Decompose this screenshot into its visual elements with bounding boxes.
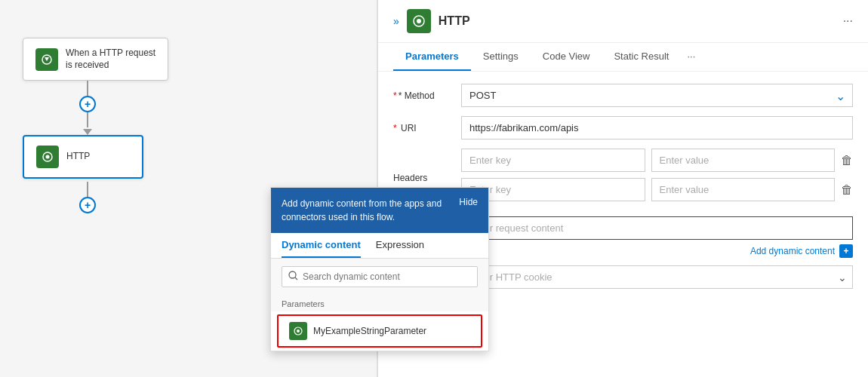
popup-hide-link[interactable]: Hide [459, 197, 478, 207]
method-required: * [393, 90, 397, 101]
method-select[interactable]: POST GET PUT DELETE [461, 84, 853, 107]
cookie-control: ⌄ [461, 265, 853, 289]
expression-tab[interactable]: Expression [376, 233, 424, 258]
add-step-button-2[interactable]: + [79, 197, 96, 213]
header-value-2[interactable] [651, 178, 836, 201]
queries-control [461, 216, 853, 240]
search-box [282, 266, 478, 287]
header-delete-1[interactable]: 🗑 [841, 154, 853, 167]
body-input[interactable] [461, 216, 853, 240]
headers-row-1: 🗑 [461, 149, 853, 172]
tab-more[interactable]: ··· [681, 43, 701, 71]
panel-header-left: » HTTP [393, 9, 470, 33]
flow-canvas: When a HTTP requestis received + HTTP + … [0, 0, 377, 377]
panel-title-icon [407, 9, 431, 33]
dynamic-content-tab[interactable]: Dynamic content [282, 233, 361, 258]
trigger-node[interactable]: When a HTTP requestis received [23, 38, 168, 81]
search-icon [288, 271, 298, 283]
connector-line-2 [87, 112, 88, 127]
cookie-collapse-icon[interactable]: ⌄ [838, 271, 847, 284]
bottom-connector: + [79, 182, 96, 213]
bottom-line [87, 182, 88, 197]
connector-line-1 [87, 81, 88, 96]
http-node-label: HTTP [66, 151, 90, 163]
uri-label: * URI [393, 123, 454, 133]
dynamic-content-popup: Add dynamic content from the apps and co… [270, 187, 489, 351]
tab-settings[interactable]: Settings [471, 43, 531, 71]
headers-label: Headers [393, 173, 454, 183]
uri-required: * [393, 123, 397, 133]
tab-parameters[interactable]: Parameters [393, 43, 471, 71]
flow-container: When a HTTP requestis received + HTTP + [23, 38, 168, 213]
header-key-1[interactable] [461, 149, 645, 172]
connector-arrow-1 [83, 129, 92, 135]
uri-control [461, 116, 853, 139]
connector-1: + [79, 81, 96, 135]
header-value-1[interactable] [651, 149, 836, 172]
expand-icon[interactable]: » [393, 15, 399, 27]
svg-line-4 [295, 277, 297, 280]
http-node[interactable]: HTTP [23, 135, 143, 179]
add-step-button-1[interactable]: + [79, 96, 96, 112]
svg-point-8 [417, 19, 421, 23]
uri-input[interactable] [461, 116, 853, 139]
method-control: POST GET PUT DELETE ⌄ [461, 84, 853, 107]
popup-tabs: Dynamic content Expression [271, 233, 488, 259]
panel-header: » HTTP ··· [378, 0, 868, 43]
tab-code-view[interactable]: Code View [531, 43, 602, 71]
add-dynamic-link[interactable]: Add dynamic content [750, 246, 835, 256]
panel-more-button[interactable]: ··· [843, 14, 853, 28]
parameter-item-label: MyExampleStringParameter [313, 326, 426, 336]
svg-point-3 [289, 271, 296, 278]
method-row: ** Method POST GET PUT DELETE ⌄ [393, 84, 853, 107]
add-dynamic-button[interactable]: + [839, 244, 853, 258]
headers-control: 🗑 🗑 [461, 149, 853, 207]
headers-row-2: 🗑 [461, 178, 853, 201]
svg-point-2 [46, 155, 50, 159]
cookie-input[interactable] [461, 265, 853, 289]
panel-title: HTTP [439, 14, 470, 28]
popup-search-area [271, 259, 488, 295]
trigger-node-icon [35, 48, 58, 71]
popup-header-text: Add dynamic content from the apps and co… [282, 197, 453, 224]
header-delete-2[interactable]: 🗑 [841, 183, 853, 197]
method-label: ** Method [393, 90, 454, 101]
tab-static-result[interactable]: Static Result [602, 43, 681, 71]
popup-section-label: Parameters [271, 295, 488, 311]
http-node-icon [36, 146, 59, 168]
svg-point-6 [297, 329, 300, 333]
parameter-item-icon [289, 322, 307, 340]
popup-header: Add dynamic content from the apps and co… [271, 188, 488, 233]
uri-row: * URI [393, 116, 853, 139]
panel-tabs: Parameters Settings Code View Static Res… [378, 43, 868, 72]
parameter-item[interactable]: MyExampleStringParameter [277, 314, 482, 348]
search-input[interactable] [303, 271, 471, 282]
trigger-node-label: When a HTTP requestis received [66, 48, 155, 71]
